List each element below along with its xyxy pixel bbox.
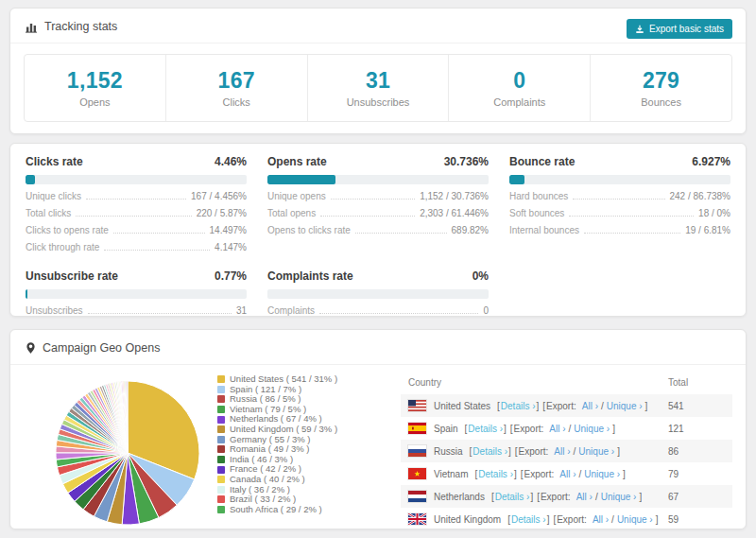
campaign-geo-opens-card: Campaign Geo Opens United States ( 541 /… xyxy=(9,329,747,529)
export-all-link[interactable]: All › xyxy=(582,401,598,411)
export-all-link[interactable]: All › xyxy=(576,492,593,502)
legend-item-south-africa[interactable]: South Africa ( 29 / 2% ) xyxy=(217,505,395,515)
bracket: [ xyxy=(537,492,540,502)
export-label: Export: xyxy=(519,446,549,457)
metric-label: Internal bounces xyxy=(509,225,579,235)
legend-item-canada[interactable]: Canada ( 40 / 2% ) xyxy=(217,475,395,485)
metric-label: Clicks to opens rate xyxy=(26,225,109,235)
bounce-rate-percent: 6.927% xyxy=(692,155,730,168)
unsubscribe-rate-progress-fill xyxy=(26,289,27,299)
export-unique-link[interactable]: Unique › xyxy=(578,446,614,457)
stat-unsubscribes-label: Unsubscribes xyxy=(347,96,410,108)
bracket: ] xyxy=(639,492,642,502)
country-column-header: Country xyxy=(408,377,668,388)
bounce-rate-section: Bounce rate 6.927% Hard bounces242 / 86.… xyxy=(509,155,730,252)
bounce-rate-progress-fill xyxy=(509,175,524,184)
total-column-header: Total xyxy=(668,377,725,388)
table-row-vietnam: Vietnam[Details ›][Export:All ›/Unique ›… xyxy=(401,462,732,485)
metric-value: 220 / 5.87% xyxy=(197,208,247,218)
bracket: [ xyxy=(507,514,510,525)
legend-swatch xyxy=(217,375,225,383)
bracket: ] xyxy=(656,514,659,525)
stat-complaints: 0 Complaints xyxy=(449,55,591,121)
metric-value: 1,152 / 30.736% xyxy=(420,191,489,201)
table-row-united-states: United States[Details ›][Export:All ›/Un… xyxy=(401,394,732,417)
details-link[interactable]: Details › xyxy=(468,424,503,434)
bracket: ] xyxy=(537,401,540,411)
bounce-rate-progress-track xyxy=(509,175,730,184)
details-link[interactable]: Details › xyxy=(495,492,530,502)
dotted-leader xyxy=(113,233,205,234)
clicks-rate-section: Clicks rate 4.46% Unique clicks167 / 4.4… xyxy=(26,155,247,252)
stat-bounces: 279 Bounces xyxy=(591,55,731,121)
export-all-link[interactable]: All › xyxy=(593,514,609,525)
legend-swatch xyxy=(217,395,225,403)
dotted-leader xyxy=(319,313,478,314)
bracket: ] xyxy=(547,514,550,525)
export-basic-stats-button[interactable]: Export basic stats xyxy=(627,19,732,39)
export-unique-link[interactable]: Unique › xyxy=(601,492,637,502)
stat-opens-value: 1,152 xyxy=(67,68,123,94)
legend-item-united-states[interactable]: United States ( 541 / 31% ) xyxy=(217,374,395,385)
flag-spain-icon xyxy=(408,423,426,434)
export-unique-link[interactable]: Unique › xyxy=(607,401,643,411)
legend-label: United Kingdom ( 59 / 3% ) xyxy=(230,425,337,435)
stat-complaints-value: 0 xyxy=(513,68,525,94)
stat-opens: 1,152 Opens xyxy=(25,55,166,121)
export-unique-link[interactable]: Unique › xyxy=(584,469,620,479)
opens-rate-progress-fill xyxy=(267,175,335,184)
bracket: [ xyxy=(553,514,556,525)
export-unique-link[interactable]: Unique › xyxy=(617,514,653,525)
export-all-link[interactable]: All › xyxy=(559,469,576,479)
complaints-rate-percent: 0% xyxy=(472,269,489,283)
legend-swatch xyxy=(217,436,225,443)
legend-swatch xyxy=(217,406,225,413)
details-link[interactable]: Details › xyxy=(501,401,536,411)
legend-swatch xyxy=(217,416,225,424)
unsubscribe-rate-section: Unsubscribe rate 0.77% Unsubscribes31 xyxy=(26,269,247,316)
clicks-rate-title: Clicks rate xyxy=(26,155,83,168)
country-name: Netherlands xyxy=(434,492,485,502)
dotted-leader xyxy=(88,313,232,314)
slash: / xyxy=(574,446,576,457)
country-name: United States xyxy=(434,401,490,411)
export-unique-link[interactable]: Unique › xyxy=(574,424,610,434)
bracket: [ xyxy=(510,424,513,434)
bracket: ] xyxy=(504,424,507,434)
dotted-leader xyxy=(320,216,415,217)
download-icon xyxy=(635,25,644,34)
opens-rate-section: Opens rate 30.736% Unique opens1,152 / 3… xyxy=(267,155,489,252)
legend-item-united-kingdom[interactable]: United Kingdom ( 59 / 3% ) xyxy=(217,425,395,435)
stat-opens-label: Opens xyxy=(79,96,110,108)
export-all-link[interactable]: All › xyxy=(549,424,565,434)
country-name: Spain xyxy=(434,424,458,434)
geo-pie-chart xyxy=(24,378,217,529)
rates-card: Clicks rate 4.46% Unique clicks167 / 4.4… xyxy=(9,143,747,317)
details-link[interactable]: Details › xyxy=(472,446,507,457)
legend-swatch xyxy=(217,386,225,393)
bracket: [ xyxy=(542,401,545,411)
slash: / xyxy=(569,424,572,434)
slash: / xyxy=(601,401,604,411)
export-label: Export: xyxy=(557,514,587,525)
legend-swatch xyxy=(217,506,225,513)
export-label: Export: xyxy=(546,401,576,411)
clicks-rate-percent: 4.46% xyxy=(215,155,247,168)
bracket: ] xyxy=(530,492,533,502)
unsubscribe-rate-title: Unsubscribe rate xyxy=(26,269,118,283)
stats-summary-panel: 1,152 Opens 167 Clicks 31 Unsubscribes 0… xyxy=(24,54,732,122)
bracket: ] xyxy=(617,446,620,457)
legend-label: United States ( 541 / 31% ) xyxy=(230,374,337,385)
details-link[interactable]: Details › xyxy=(511,514,546,525)
dotted-leader xyxy=(573,199,664,200)
export-all-link[interactable]: All › xyxy=(554,446,570,457)
dotted-leader xyxy=(86,199,186,200)
details-link[interactable]: Details › xyxy=(478,469,513,479)
flag-united-kingdom-icon xyxy=(408,513,426,525)
flag-united-states-icon xyxy=(408,400,426,411)
metric-label: Unique clicks xyxy=(26,191,81,201)
opens-rate-title: Opens rate xyxy=(267,155,327,168)
dotted-leader xyxy=(331,199,415,200)
table-row-netherlands: Netherlands[Details ›][Export:All ›/Uniq… xyxy=(401,485,732,508)
table-row-united-kingdom: United Kingdom[Details ›][Export:All ›/U… xyxy=(401,508,732,529)
